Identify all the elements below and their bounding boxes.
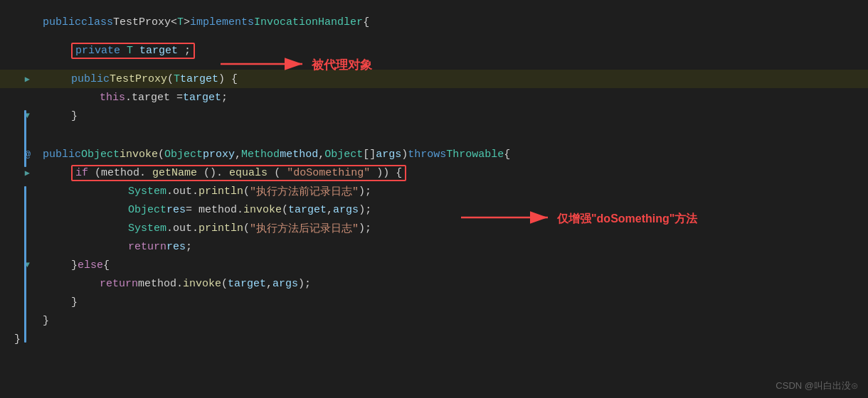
spacer-3: [0, 125, 868, 135]
gutter-invoke: @: [0, 145, 39, 163]
spacer-1: [0, 31, 868, 41]
gutter-field: [0, 41, 39, 60]
watermark: CSDN @叫白出没⊙: [776, 380, 858, 392]
gutter-ret: [0, 237, 39, 256]
class-name: TestProxy<: [113, 16, 177, 28]
line-1: public class TestProxy< T > implements I…: [0, 13, 868, 31]
code-area: public class TestProxy< T > implements I…: [0, 0, 868, 398]
line-close4: }: [0, 330, 868, 348]
kw-public: public: [43, 16, 81, 28]
gutter-c2: [0, 293, 39, 311]
gutter-this: [0, 88, 39, 107]
gutter-p1: [0, 182, 39, 200]
gutter-p2: [0, 219, 39, 237]
gutter-c4: [0, 330, 39, 348]
spacer-4: [0, 135, 868, 145]
line-constructor: ▶ public TestProxy ( T target ) {: [0, 70, 868, 88]
line-println2: System .out. println ( "执行方法后记录日志" );: [0, 219, 868, 237]
type-T: T: [177, 16, 184, 28]
line-return-invoke: return method. invoke ( target , args );: [0, 274, 868, 293]
if-condition-box: if (method. getName (). equals ( "doSome…: [71, 165, 406, 181]
line-if: ▶ if (method. getName (). equals ( "doSo…: [0, 163, 868, 182]
spacer-2: [0, 60, 868, 70]
gutter-c3: [0, 311, 39, 330]
line-else: ▼ } else {: [0, 256, 868, 274]
gutter-c1: ▼: [0, 107, 39, 125]
line-println1: System .out. println ( "执行方法前记录日志" );: [0, 182, 868, 200]
line-close1: ▼ }: [0, 107, 868, 125]
line-private-field: private T target ;: [0, 41, 868, 60]
gutter-inv: [0, 200, 39, 219]
line-close2: }: [0, 293, 868, 311]
kw-class: class: [81, 16, 113, 28]
private-field-box: private T target ;: [71, 43, 195, 59]
gutter-else: ▼: [0, 256, 39, 274]
line-this-target: this .target = target ;: [0, 88, 868, 107]
gutter-if: ▶: [0, 163, 39, 182]
line-invoke-call: Object res = method. invoke ( target , a…: [0, 200, 868, 219]
gutter-1: [0, 13, 39, 31]
line-close3: }: [0, 311, 868, 330]
line-invoke-sig: @ public Object invoke ( Object proxy , …: [0, 145, 868, 163]
gutter-constructor: ▶: [0, 70, 39, 88]
line-return-res: return res ;: [0, 237, 868, 256]
gutter-ri: [0, 274, 39, 293]
